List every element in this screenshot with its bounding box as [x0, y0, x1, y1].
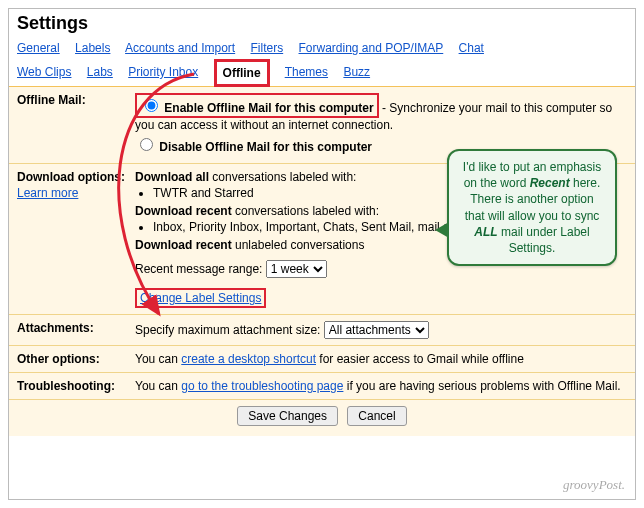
tab-themes[interactable]: Themes — [285, 65, 328, 79]
download-all-rest: conversations labeled with: — [209, 170, 356, 184]
radio-enable-offline[interactable] — [145, 99, 158, 112]
desktop-shortcut-link[interactable]: create a desktop shortcut — [181, 352, 316, 366]
disable-offline-label: Disable Offline Mail for this computer — [159, 140, 372, 154]
attachment-size-select[interactable]: All attachments — [324, 321, 429, 339]
troubleshoot-post: if you are having serious problems with … — [343, 379, 620, 393]
offline-mail-label: Offline Mail: — [17, 93, 135, 157]
tab-buzz[interactable]: Buzz — [343, 65, 370, 79]
tab-general[interactable]: General — [17, 41, 60, 55]
other-pre: You can — [135, 352, 181, 366]
troubleshoot-heading: Troubleshooting: — [17, 379, 135, 393]
download-all-lead: Download all — [135, 170, 209, 184]
settings-tabs: General Labels Accounts and Import Filte… — [9, 36, 635, 87]
learn-more-link[interactable]: Learn more — [17, 186, 78, 200]
change-label-settings-link[interactable]: Change Label Settings — [140, 291, 261, 305]
tab-labels[interactable]: Labels — [75, 41, 110, 55]
download-recent-lead: Download recent — [135, 204, 232, 218]
cancel-button[interactable]: Cancel — [347, 406, 406, 426]
section-attachments: Attachments: Specify maximum attachment … — [9, 315, 635, 346]
troubleshoot-link[interactable]: go to the troubleshooting page — [181, 379, 343, 393]
tab-webclips[interactable]: Web Clips — [17, 65, 71, 79]
attachments-label: Specify maximum attachment size: — [135, 323, 320, 337]
page-title: Settings — [17, 13, 635, 34]
enable-offline-label: Enable Offline Mail for this computer — [164, 101, 373, 115]
footer-actions: Save Changes Cancel — [9, 400, 635, 436]
download-recent-unlabeled-rest: unlabeled conversations — [232, 238, 365, 252]
troubleshoot-pre: You can — [135, 379, 181, 393]
tab-chat[interactable]: Chat — [459, 41, 484, 55]
tab-offline[interactable]: Offline — [214, 59, 270, 87]
recent-range-select[interactable]: 1 week — [266, 260, 327, 278]
recent-range-label: Recent message range: — [135, 262, 262, 276]
download-heading: Download options: — [17, 170, 125, 184]
download-recent-unlabeled-lead: Download recent — [135, 238, 232, 252]
radio-disable-offline[interactable] — [140, 138, 153, 151]
tab-labs[interactable]: Labs — [87, 65, 113, 79]
other-heading: Other options: — [17, 352, 135, 366]
download-recent-rest: conversations labeled with: — [232, 204, 379, 218]
section-troubleshooting: Troubleshooting: You can go to the troub… — [9, 373, 635, 400]
section-other: Other options: You can create a desktop … — [9, 346, 635, 373]
attachments-heading: Attachments: — [17, 321, 135, 339]
other-post: for easier access to Gmail while offline — [316, 352, 524, 366]
watermark: groovyPost. — [563, 477, 625, 493]
annotation-callout: I'd like to put an emphasis on the word … — [447, 149, 617, 266]
save-button[interactable]: Save Changes — [237, 406, 338, 426]
tab-filters[interactable]: Filters — [251, 41, 284, 55]
tab-forwarding[interactable]: Forwarding and POP/IMAP — [299, 41, 444, 55]
tab-priority[interactable]: Priority Inbox — [128, 65, 198, 79]
tab-accounts[interactable]: Accounts and Import — [125, 41, 235, 55]
